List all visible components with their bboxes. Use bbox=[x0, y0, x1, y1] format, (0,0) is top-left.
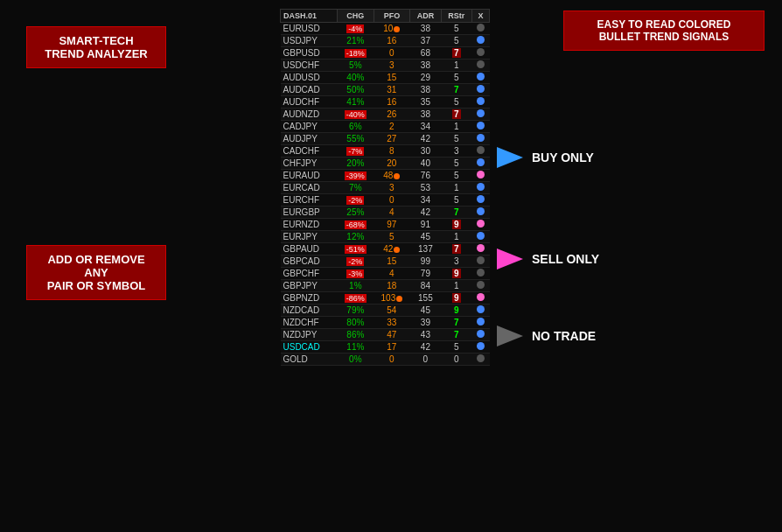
cell-chg: -40% bbox=[337, 108, 374, 121]
table-row: EURCHF-2%0345 bbox=[281, 194, 490, 206]
cell-pfo: 4 bbox=[374, 206, 409, 219]
cell-symbol: EURJPY bbox=[281, 231, 338, 243]
cell-symbol: NZDCHF bbox=[281, 317, 338, 329]
cell-symbol: CHFJPY bbox=[281, 158, 338, 170]
cell-chg: 5% bbox=[337, 60, 374, 72]
cell-bullet bbox=[471, 145, 489, 158]
cell-chg: 21% bbox=[337, 35, 374, 47]
bullet-line2: BULLET TREND SIGNALS bbox=[599, 31, 730, 43]
cell-adr: 68 bbox=[410, 47, 442, 60]
table-row: NZDCAD79%54459 bbox=[281, 304, 490, 317]
cell-chg: -4% bbox=[337, 23, 374, 35]
cell-chg: 6% bbox=[337, 121, 374, 133]
cell-rstr: 9 bbox=[441, 292, 471, 304]
cell-rstr: 1 bbox=[441, 60, 471, 72]
cell-chg: 80% bbox=[337, 317, 374, 329]
cell-pfo: 17 bbox=[374, 341, 409, 354]
cell-rstr: 1 bbox=[441, 121, 471, 133]
cell-bullet bbox=[471, 219, 489, 231]
cell-chg: 41% bbox=[337, 96, 374, 108]
cell-bullet bbox=[471, 170, 489, 182]
cell-pfo: 3 bbox=[374, 60, 409, 72]
cell-chg: 11% bbox=[337, 341, 374, 354]
cell-bullet bbox=[471, 268, 489, 280]
table-row: GBPUSD-18%0687 bbox=[281, 47, 490, 60]
cell-adr: 84 bbox=[410, 280, 442, 292]
cell-symbol: EURAUD bbox=[281, 170, 338, 182]
cell-pfo: 0 bbox=[374, 194, 409, 206]
cell-adr: 38 bbox=[410, 60, 442, 72]
sell-only-group: SELL ONLY bbox=[497, 248, 599, 270]
cell-symbol: AUDJPY bbox=[281, 133, 338, 145]
cell-pfo: 16 bbox=[374, 35, 409, 47]
cell-symbol: GBPCAD bbox=[281, 256, 338, 268]
cell-rstr: 0 bbox=[441, 354, 471, 366]
cell-adr: 0 bbox=[410, 354, 442, 366]
cell-adr: 79 bbox=[410, 268, 442, 280]
col-header-rstr: RStr bbox=[441, 10, 471, 23]
cell-bullet bbox=[471, 84, 489, 96]
cell-chg: -68% bbox=[337, 219, 374, 231]
cell-bullet bbox=[471, 182, 489, 194]
buy-arrow-icon bbox=[497, 147, 523, 168]
cell-symbol: USDCAD bbox=[281, 341, 338, 354]
cell-chg: -7% bbox=[337, 145, 374, 158]
cell-pfo: 0 bbox=[374, 354, 409, 366]
cell-rstr: 7 bbox=[441, 317, 471, 329]
cell-rstr: 9 bbox=[441, 304, 471, 317]
table-row: EURJPY12%5451 bbox=[281, 231, 490, 243]
col-header-x: X bbox=[471, 10, 489, 23]
data-table-container: DASH.01 CHG PFO ADR RStr X EURUSD-4%1038… bbox=[280, 9, 490, 366]
cell-rstr: 5 bbox=[441, 35, 471, 47]
cell-symbol: AUDUSD bbox=[281, 72, 338, 84]
cell-chg: 55% bbox=[337, 133, 374, 145]
cell-adr: 39 bbox=[410, 317, 442, 329]
cell-chg: 7% bbox=[337, 182, 374, 194]
cell-pfo: 47 bbox=[374, 329, 409, 341]
cell-adr: 34 bbox=[410, 194, 442, 206]
cell-chg: -51% bbox=[337, 243, 374, 256]
table-row: CADJPY6%2341 bbox=[281, 121, 490, 133]
cell-symbol: EURUSD bbox=[281, 23, 338, 35]
cell-chg: 50% bbox=[337, 84, 374, 96]
cell-rstr: 1 bbox=[441, 182, 471, 194]
cell-pfo: 42 bbox=[374, 243, 409, 256]
col-header-pfo: PFO bbox=[374, 10, 409, 23]
cell-chg: 20% bbox=[337, 158, 374, 170]
cell-rstr: 7 bbox=[441, 84, 471, 96]
cell-rstr: 5 bbox=[441, 158, 471, 170]
cell-adr: 29 bbox=[410, 72, 442, 84]
sell-only-label: SELL ONLY bbox=[532, 252, 599, 266]
cell-symbol: USDJPY bbox=[281, 35, 338, 47]
cell-symbol: NZDJPY bbox=[281, 329, 338, 341]
cell-chg: 25% bbox=[337, 206, 374, 219]
cell-pfo: 54 bbox=[374, 304, 409, 317]
cell-adr: 42 bbox=[410, 133, 442, 145]
cell-symbol: GBPAUD bbox=[281, 243, 338, 256]
cell-chg: -39% bbox=[337, 170, 374, 182]
cell-symbol: GOLD bbox=[281, 354, 338, 366]
cell-pfo: 31 bbox=[374, 84, 409, 96]
cell-adr: 43 bbox=[410, 329, 442, 341]
cell-chg: 79% bbox=[337, 304, 374, 317]
cell-adr: 38 bbox=[410, 108, 442, 121]
table-row: AUDJPY55%27425 bbox=[281, 133, 490, 145]
table-row: EURUSD-4%10385 bbox=[281, 23, 490, 35]
cell-symbol: EURCHF bbox=[281, 194, 338, 206]
cell-adr: 99 bbox=[410, 256, 442, 268]
cell-bullet bbox=[471, 23, 489, 35]
cell-chg: -2% bbox=[337, 194, 374, 206]
table-row: AUDUSD40%15295 bbox=[281, 72, 490, 84]
table-row: EURGBP25%4427 bbox=[281, 206, 490, 219]
cell-rstr: 9 bbox=[441, 268, 471, 280]
dashboard-table: DASH.01 CHG PFO ADR RStr X EURUSD-4%1038… bbox=[280, 9, 490, 366]
table-row: USDJPY21%16375 bbox=[281, 35, 490, 47]
table-row: EURNZD-68%97919 bbox=[281, 219, 490, 231]
cell-adr: 42 bbox=[410, 206, 442, 219]
cell-pfo: 48 bbox=[374, 170, 409, 182]
cell-bullet bbox=[471, 304, 489, 317]
cell-chg: 12% bbox=[337, 231, 374, 243]
cell-pfo: 5 bbox=[374, 231, 409, 243]
cell-symbol: GBPCHF bbox=[281, 268, 338, 280]
cell-pfo: 4 bbox=[374, 268, 409, 280]
